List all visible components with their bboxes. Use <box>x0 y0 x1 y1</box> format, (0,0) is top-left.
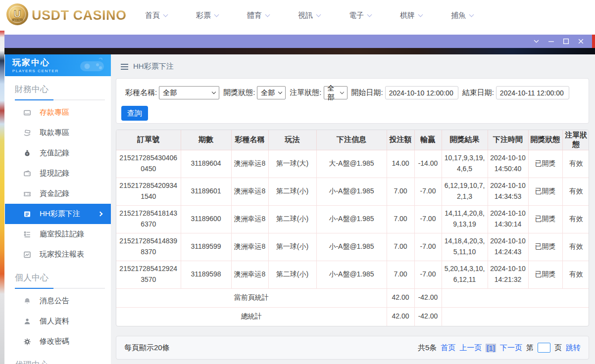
cell: 澳洲幸运8 <box>231 233 268 261</box>
sidebar-item-提現記錄[interactable]: 提現記錄 <box>5 163 111 183</box>
sidebar-section-label: 財務中心 <box>15 84 111 95</box>
prev-page-link[interactable]: 上一页 <box>459 343 482 353</box>
wallet-icon <box>23 170 31 178</box>
cell: 2152172854148398370 <box>116 233 181 261</box>
top-nav: 首頁彩票體育視訊電子棋牌捕魚 <box>131 11 488 20</box>
cell: -7.00 <box>414 261 442 288</box>
nav-item-彩票[interactable]: 彩票 <box>182 11 233 20</box>
cell: 31189601 <box>181 178 231 205</box>
desktop-background-strip <box>0 31 4 364</box>
sidebar-item-玩家投注報表[interactable]: 玩家投注報表 <box>5 244 111 265</box>
cell: -7.00 <box>414 178 442 205</box>
cell: 大-A盤@1.985 <box>316 150 387 178</box>
jump-suffix: 页 <box>554 343 562 353</box>
cell: 有效 <box>562 205 589 233</box>
nav-item-棋牌[interactable]: 棋牌 <box>386 11 437 20</box>
sidebar-section-label: 個人中心 <box>15 272 111 283</box>
lottery-name-label: 彩種名稱: <box>125 88 157 97</box>
sidebar-item-充值記錄[interactable]: ¥充值記錄 <box>5 143 111 163</box>
sidebar-item-修改密碼[interactable]: 修改密碼 <box>5 331 111 352</box>
jump-action-link[interactable]: 跳转 <box>566 343 581 353</box>
chevron-down-icon <box>214 12 219 17</box>
column-header: 下注時間 <box>488 130 528 150</box>
cell: 第二球(小) <box>268 205 316 233</box>
cell: 2024-10-10 14:50:40 <box>488 150 528 178</box>
table-row: 215217285430406045031189604澳洲幸运8第一球(大)大-… <box>116 150 589 178</box>
lottery-name-select[interactable]: 全部 <box>159 86 219 99</box>
site-header: U CASINO USDT CASINO 首頁彩票體育視訊電子棋牌捕魚 <box>0 0 595 31</box>
summary-label: 總統計 <box>116 307 387 326</box>
logo-ball-icon: U CASINO <box>6 3 29 28</box>
chevron-down-icon <box>265 12 270 17</box>
end-date-input[interactable]: 2024-10-11 12:00:00 <box>496 86 569 99</box>
cell: 第一球(大) <box>268 150 316 178</box>
cell: 有效 <box>562 150 589 178</box>
sidebar-item-存款專區[interactable]: 存款專區 <box>5 102 111 123</box>
window-titlebar[interactable] <box>4 35 595 48</box>
cell: 澳洲幸运8 <box>231 178 268 205</box>
column-header: 開獎狀態 <box>528 130 562 150</box>
sidebar-item-廳室投註記錄[interactable]: 廳室投註記錄 <box>5 224 111 244</box>
nav-item-label: 捕魚 <box>451 11 466 20</box>
sidebar-item-label: 玩家投注報表 <box>40 250 84 259</box>
column-header: 玩法 <box>268 130 316 150</box>
menu-toggle-icon[interactable] <box>121 64 128 70</box>
order-status-select[interactable]: 全部 <box>324 86 347 99</box>
page-title: HH彩票下注 <box>133 62 174 71</box>
window-maximize-button[interactable] <box>558 35 573 48</box>
draw-status-select[interactable]: 全部 <box>257 86 286 99</box>
cell: -14.00 <box>414 150 442 178</box>
nav-item-label: 棋牌 <box>400 11 415 20</box>
nav-item-首頁[interactable]: 首頁 <box>131 11 182 20</box>
summary-empty <box>442 307 589 326</box>
start-date-input[interactable]: 2024-10-10 12:00:00 <box>385 86 458 99</box>
brand-name: USDT CASINO <box>32 8 127 23</box>
nav-item-體育[interactable]: 體育 <box>233 11 284 20</box>
window-collapse-button[interactable] <box>529 35 544 48</box>
sidebar-menu: 財務中心存款專區取款專區¥充值記錄提現記錄資金記錄HH彩票下注廳室投註記錄玩家投… <box>5 84 111 364</box>
chevron-down-icon <box>367 12 372 17</box>
chevron-down-icon <box>469 12 474 17</box>
page-jump-input[interactable] <box>538 343 550 353</box>
cell: 小-A盤@1.985 <box>316 261 387 288</box>
cell: 2152172854181436370 <box>116 205 181 233</box>
summary-bet-total: 42.00 <box>387 288 414 307</box>
sidebar-item-HH彩票下注[interactable]: HH彩票下注 <box>5 204 111 224</box>
sidebar-header: 玩家中心 PLAYERS CENTER <box>5 54 111 76</box>
current-page[interactable]: [1] <box>486 344 496 352</box>
nav-item-label: 電子 <box>349 11 364 20</box>
filter-row: 彩種名稱: 全部 開獎狀態: 全部 注單狀態: 全部 開始日期: 2024-10… <box>121 86 589 99</box>
sidebar-item-資金記錄[interactable]: 資金記錄 <box>5 183 111 204</box>
nav-item-視訊[interactable]: 視訊 <box>284 11 335 20</box>
sidebar-item-個人資料[interactable]: 個人資料 <box>5 311 111 331</box>
column-header: 期數 <box>181 130 231 150</box>
brand-logo[interactable]: U CASINO USDT CASINO <box>6 3 131 28</box>
window-close-button[interactable] <box>573 35 588 48</box>
cell: 5,20,14,3,10,6,12,11 <box>442 261 488 288</box>
cell: 6,12,19,10,7,2,1,3 <box>442 178 488 205</box>
nav-item-電子[interactable]: 電子 <box>335 11 386 20</box>
cell: 有效 <box>562 233 589 261</box>
next-page-link[interactable]: 下一页 <box>500 343 522 353</box>
first-page-link[interactable]: 首页 <box>441 343 455 353</box>
sidebar-item-label: 充值記錄 <box>40 148 69 158</box>
summary-winloss-total: -42.00 <box>414 288 442 307</box>
cell: -7.00 <box>414 233 442 261</box>
total-count: 共5条 <box>418 343 437 353</box>
sidebar-item-取款專區[interactable]: 取款專區 <box>5 123 111 143</box>
nav-item-捕魚[interactable]: 捕魚 <box>437 11 488 20</box>
cell: 第二球(小) <box>268 178 316 205</box>
cell: 2024-10-10 14:21:32 <box>488 261 528 288</box>
summary-row: 當前頁統計42.00-42.00 <box>116 288 589 307</box>
breadcrumb: HH彩票下注 <box>121 62 174 71</box>
search-button[interactable]: 查詢 <box>121 106 148 121</box>
app-background-strip <box>4 48 595 54</box>
cell: 已開獎 <box>528 150 562 178</box>
window-minimize-button[interactable] <box>544 35 558 48</box>
column-header: 訂單號 <box>116 130 181 150</box>
order-status-label: 注單狀態: <box>290 88 321 97</box>
sidebar-item-消息公告[interactable]: 消息公告 <box>5 291 111 311</box>
chevron-down-icon <box>163 12 168 17</box>
cell: 澳洲幸运8 <box>231 205 268 233</box>
cell: 澳洲幸运8 <box>231 261 268 288</box>
